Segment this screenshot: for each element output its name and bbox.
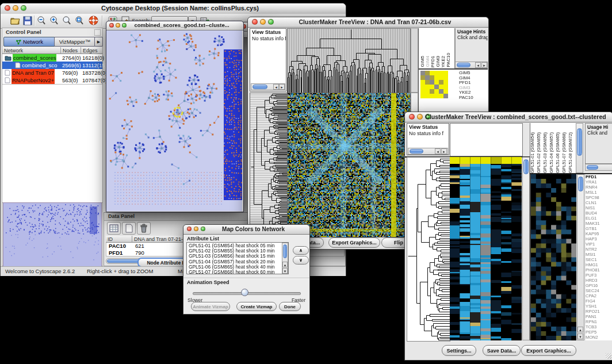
gene-label[interactable]: RPN1: [586, 319, 612, 324]
delete-attribute-trash-icon[interactable]: [137, 222, 151, 235]
scrollbar-thumb[interactable]: [410, 149, 423, 154]
network-row-rnapuber[interactable]: RNAPuberNov2+ 563(0) 107847(0): [2, 76, 102, 84]
gene-label[interactable]: FIG4: [586, 298, 612, 304]
gene-label[interactable]: PFD1: [586, 174, 612, 179]
gene-label[interactable]: YSH1: [586, 304, 612, 309]
gene-label[interactable]: HRD3: [586, 278, 612, 283]
gene-label[interactable]: PAN1: [586, 314, 612, 319]
scroll-right-arrow-icon[interactable]: ▸: [279, 84, 285, 90]
gene-label[interactable]: YRA1: [586, 179, 612, 185]
scroll-up-arrow-icon[interactable]: ▴: [577, 327, 583, 332]
gene-label[interactable]: GTB1: [586, 226, 612, 231]
animate-vizmap-button[interactable]: Animate Vizmap: [191, 302, 230, 311]
scroll-right-arrow-icon[interactable]: ▸: [481, 62, 487, 68]
tv1-cluster-matrix-canvas[interactable]: [420, 71, 448, 98]
gene-label[interactable]: CLN1: [586, 200, 612, 205]
col-nodes[interactable]: Nodes: [61, 47, 81, 54]
treeview2-titlebar[interactable]: ClusterMaker TreeView : combined_scores_…: [405, 112, 612, 122]
tv2-labels-vscrollbar[interactable]: [576, 123, 583, 173]
gene-label[interactable]: MAK31: [586, 221, 612, 226]
gene-label[interactable]: SEC1: [586, 257, 612, 262]
tv2-settings-button[interactable]: Settings...: [442, 345, 476, 356]
tv2-row-dendrogram-canvas[interactable]: [407, 157, 450, 342]
minimize-button[interactable]: [194, 227, 198, 231]
scrollbar-thumb[interactable]: [577, 128, 582, 156]
gene-label[interactable]: GPI16: [586, 283, 612, 288]
tv2-status-hscrollbar[interactable]: ◂ ▸: [408, 148, 448, 155]
col-edges[interactable]: Edges: [81, 47, 102, 54]
close-button[interactable]: [252, 19, 258, 25]
tv2-save-data-button[interactable]: Save Data...: [483, 345, 521, 356]
scrollbar-thumb[interactable]: [523, 159, 529, 174]
create-vizmap-button[interactable]: Create Vizmap: [236, 302, 277, 311]
tv2-column-dendrogram-area[interactable]: [450, 123, 523, 156]
gene-label[interactable]: PAC10: [459, 95, 487, 101]
gene-label[interactable]: RPO21: [586, 309, 612, 314]
tv1-export-graphics-button[interactable]: Export Graphics...: [328, 237, 380, 248]
gene-label[interactable]: KAP95: [586, 231, 612, 236]
scroll-down-arrow-icon[interactable]: ▾: [282, 268, 288, 274]
gene-label[interactable]: VIP1: [586, 242, 612, 247]
attribute-listbox[interactable]: GPL51-01 (GSM854) heat shock 05 minGPL51…: [186, 242, 289, 274]
scroll-up-arrow-icon[interactable]: ▴: [282, 262, 288, 267]
birdseye-canvas[interactable]: [3, 203, 101, 266]
dialog-titlebar[interactable]: Map Colors to Network: [183, 225, 309, 235]
close-button[interactable]: [5, 5, 10, 11]
scroll-down-arrow-icon[interactable]: ▾: [577, 334, 583, 339]
gene-label[interactable]: BUD4: [586, 210, 612, 216]
scroll-left-arrow-icon[interactable]: ◂: [273, 84, 279, 90]
scrollbar-thumb[interactable]: [457, 63, 471, 67]
row-dendrogram-canvas[interactable]: [250, 93, 287, 237]
tv2-usage-hscrollbar[interactable]: [585, 164, 612, 171]
gene-label[interactable]: NIS1: [586, 205, 612, 210]
data-col-id[interactable]: ID: [106, 236, 132, 243]
treeview1-titlebar[interactable]: ClusterMaker TreeView : DNA and Tran 07-…: [248, 17, 488, 28]
tab-vizmapper[interactable]: VizMapper™: [54, 37, 95, 47]
gene-label[interactable]: TCB3: [586, 324, 612, 329]
tv2-zoom-heatmap-canvas[interactable]: [531, 174, 576, 340]
heatmap-canvas[interactable]: [288, 93, 410, 237]
zoom-out-icon[interactable]: [36, 16, 47, 26]
gene-label[interactable]: HAP3: [586, 236, 612, 242]
array-column-label[interactable]: PAC10: [446, 53, 452, 67]
main-titlebar[interactable]: Cytoscape Desktop (Session Name: collins…: [1, 3, 346, 14]
gene-label[interactable]: PEP5: [586, 329, 612, 335]
network-row-dna-tran[interactable]: DNA and Tran 07 769(0) 183728(0): [2, 69, 102, 76]
gene-label[interactable]: PHO81: [586, 267, 612, 273]
move-up-button[interactable]: ∧: [293, 246, 309, 255]
tab-network[interactable]: Network: [3, 37, 55, 47]
zoom-in-icon[interactable]: [49, 16, 59, 26]
save-icon[interactable]: [22, 16, 33, 26]
zoom-fit-icon[interactable]: [62, 16, 72, 26]
gene-label[interactable]: SPC98: [586, 195, 612, 200]
network-canvas[interactable]: [106, 30, 242, 211]
gene-label[interactable]: NTR2: [586, 247, 612, 252]
animation-speed-slider-thumb[interactable]: [241, 289, 248, 296]
scrollbar-thumb[interactable]: [283, 244, 287, 258]
help-lifering-icon[interactable]: [88, 15, 98, 25]
gene-label[interactable]: PUF3: [586, 273, 612, 278]
new-attribute-icon[interactable]: [122, 222, 136, 235]
tv1-usage-hscrollbar[interactable]: ◂ ▸: [455, 62, 488, 68]
tv2-export-graphics-button[interactable]: Export Graphics...: [521, 345, 576, 356]
minimize-button[interactable]: [116, 23, 120, 28]
done-button[interactable]: Done: [279, 302, 301, 311]
scroll-left-arrow-icon[interactable]: ◂: [435, 148, 441, 154]
open-file-icon[interactable]: [10, 16, 20, 26]
gene-label[interactable]: MSI1: [586, 252, 612, 257]
scrollbar-thumb[interactable]: [253, 85, 267, 89]
gene-label[interactable]: ELG1: [586, 216, 612, 221]
array-column-label[interactable]: GPL51-08 (GSM872): [568, 132, 575, 173]
scrollbar-thumb[interactable]: [587, 165, 598, 170]
gene-label[interactable]: MON2: [586, 335, 612, 340]
scroll-right-arrow-icon[interactable]: ▸: [441, 148, 447, 154]
tv1-status-hscrollbar[interactable]: ◂ ▸: [251, 83, 285, 90]
network-row-combined-sco-selected[interactable]: combined_sco 2569(6) 13112(15): [2, 62, 102, 69]
tv2-heatmap-canvas[interactable]: [450, 157, 522, 340]
gene-label[interactable]: SEC24: [586, 288, 612, 293]
network-row-combined-scores[interactable]: combined_scores 2764(0) 16218(0): [2, 54, 102, 62]
gene-label[interactable]: HMG1: [586, 262, 612, 267]
attribute-list-vscrollbar[interactable]: ▴ ▾: [282, 243, 288, 274]
tv2-heatmap-vscrollbar[interactable]: [522, 157, 530, 340]
tv1-heatmap[interactable]: [287, 93, 411, 237]
